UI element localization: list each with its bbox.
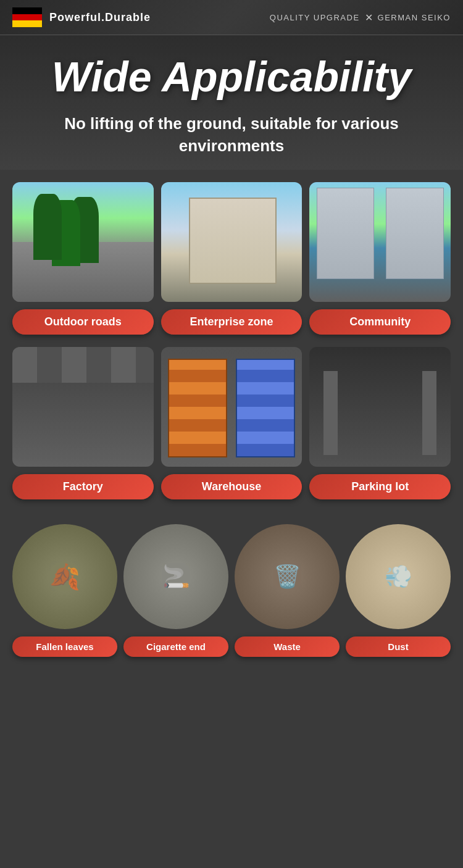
factory-label: Factory	[12, 474, 154, 499]
factory-image	[12, 347, 154, 467]
leaves-image	[12, 524, 117, 629]
waste-label: Waste	[235, 636, 340, 657]
parking-image	[309, 347, 451, 467]
outdoor-label: Outdoor roads	[12, 309, 154, 335]
german-flag	[12, 7, 42, 27]
cross-icon: ✕	[365, 12, 373, 23]
dust-label: Dust	[346, 636, 451, 657]
flag-black-stripe	[12, 7, 42, 14]
community-image	[309, 182, 451, 302]
label-row1: Outdoor roads Enterprise zone Community	[12, 309, 451, 335]
header-right: QUALITY UPGRADE ✕ GERMAN SEIKO	[270, 12, 451, 23]
quality-text: QUALITY UPGRADE	[270, 13, 360, 22]
leaves-label: Fallen leaves	[12, 636, 117, 657]
waste-image	[235, 524, 340, 629]
environment-grid-row1: Outdoor roads Enterprise zone Community …	[0, 170, 463, 519]
image-grid-row1	[12, 182, 451, 302]
header: Powerful.Durable QUALITY UPGRADE ✕ GERMA…	[0, 0, 463, 35]
debris-section: Fallen leaves Cigarette end Waste Dust	[0, 518, 463, 669]
circle-label-row: Fallen leaves Cigarette end Waste Dust	[12, 636, 451, 657]
cigarette-label: Cigarette end	[123, 636, 228, 657]
header-left: Powerful.Durable	[12, 7, 151, 27]
brand-name: Powerful.Durable	[49, 11, 151, 24]
dust-image	[346, 524, 451, 629]
hero-section: Wide Applicability No lifting of the gro…	[0, 35, 463, 170]
flag-red-stripe	[12, 14, 42, 21]
seiko-text: GERMAN SEIKO	[378, 13, 451, 22]
label-row2: Factory Warehouse Parking lot	[12, 474, 451, 499]
flag-yellow-stripe	[12, 20, 42, 27]
hero-title: Wide Applicability	[12, 54, 451, 100]
warehouse-image	[161, 347, 302, 467]
enterprise-image	[161, 182, 302, 302]
circle-grid	[12, 524, 451, 629]
parking-label: Parking lot	[309, 474, 451, 499]
image-grid-row2	[12, 347, 451, 467]
cigarette-image	[123, 524, 228, 629]
community-label: Community	[309, 309, 451, 335]
hero-subtitle: No lifting of the ground, suitable for v…	[46, 112, 417, 157]
outdoor-image	[12, 182, 154, 302]
enterprise-label: Enterprise zone	[161, 309, 302, 335]
warehouse-label: Warehouse	[161, 474, 302, 499]
